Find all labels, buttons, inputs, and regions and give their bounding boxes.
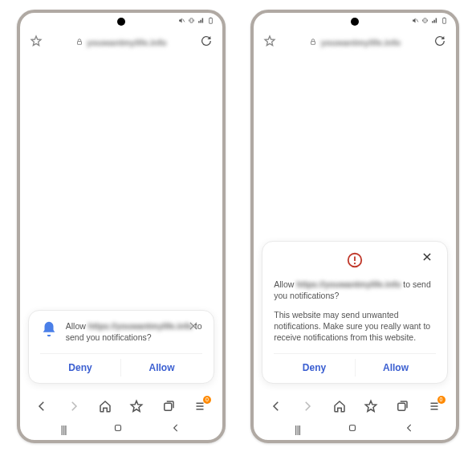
home-gesture-button[interactable] [347, 422, 358, 437]
prompt-warning-text: This website may send unwanted notificat… [274, 309, 436, 344]
notification-permission-prompt-expanded: Allow https://youwantmylife.info to send… [262, 241, 448, 384]
url-text: youwantmylife.info [320, 38, 401, 47]
svg-rect-8 [116, 425, 121, 430]
svg-rect-14 [444, 18, 445, 18]
tabs-button[interactable] [161, 399, 176, 413]
power-button [224, 173, 226, 197]
svg-rect-7 [164, 403, 171, 410]
prompt-message: Allow https://youwantmylife.info to send… [274, 279, 436, 301]
prompt-buttons: Deny Allow [40, 353, 202, 378]
battery-icon [441, 17, 448, 26]
bookmarks-button[interactable] [364, 399, 378, 413]
home-button[interactable] [332, 399, 347, 413]
deny-button[interactable]: Deny [40, 354, 121, 378]
system-gesture-bar: ||| [254, 421, 456, 440]
svg-rect-10 [424, 18, 426, 22]
bookmark-star-icon[interactable] [263, 35, 276, 51]
tabs-button[interactable] [395, 399, 409, 413]
bookmark-star-icon[interactable] [30, 35, 43, 51]
url-text: youwantmylife.info [87, 38, 167, 47]
back-button[interactable] [269, 399, 283, 413]
menu-badge: 0 [437, 396, 445, 404]
reload-icon[interactable] [200, 35, 213, 51]
vibrate-icon [421, 17, 429, 26]
forward-button[interactable] [67, 399, 81, 413]
vibrate-icon [188, 17, 195, 26]
allow-button[interactable]: Allow [121, 354, 202, 378]
svg-rect-13 [443, 18, 446, 24]
close-icon[interactable] [188, 320, 202, 335]
prompt-message: Allow https://youwantmylife.info to send… [66, 320, 202, 343]
url-display[interactable]: youwantmylife.info [51, 38, 192, 47]
lock-icon [75, 38, 83, 47]
front-camera [117, 18, 125, 26]
menu-button[interactable]: 0 [193, 399, 207, 413]
notification-permission-prompt: Allow https://youwantmylife.info to send… [28, 310, 214, 383]
volume-button [224, 117, 226, 161]
home-button[interactable] [98, 399, 112, 413]
phone-mockup-left: youwantmylife.info Allow https://youwant… [17, 10, 226, 443]
page-content: Allow https://youwantmylife.info to send… [20, 55, 222, 392]
bell-icon [40, 320, 58, 341]
menu-button[interactable]: 0 [427, 399, 441, 413]
svg-rect-15 [311, 41, 315, 44]
back-button[interactable] [35, 399, 49, 413]
close-icon[interactable] [421, 251, 436, 266]
svg-rect-1 [190, 18, 193, 22]
page-content: Allow https://youwantmylife.info to send… [254, 55, 456, 392]
address-bar: youwantmylife.info [20, 31, 222, 55]
browser-toolbar: 0 [254, 392, 456, 421]
volume-mute-icon [178, 17, 185, 26]
svg-point-18 [354, 263, 356, 264]
phone-mockup-right: youwantmylife.info Allow https://youwant… [250, 10, 459, 443]
forward-button[interactable] [300, 399, 315, 413]
bookmarks-button[interactable] [129, 399, 144, 413]
signal-icon [431, 17, 438, 26]
battery-icon [207, 17, 214, 26]
svg-line-9 [417, 19, 418, 22]
reload-icon[interactable] [433, 35, 446, 51]
volume-mute-icon [412, 17, 419, 26]
recent-apps-button[interactable]: ||| [61, 423, 67, 435]
svg-rect-20 [349, 425, 355, 430]
signal-icon [197, 17, 205, 26]
prompt-buttons: Deny Allow [274, 353, 436, 378]
address-bar: youwantmylife.info [254, 31, 456, 55]
browser-toolbar: 0 [20, 392, 222, 421]
volume-button [458, 117, 459, 161]
svg-rect-4 [209, 18, 212, 24]
deny-button[interactable]: Deny [274, 354, 355, 378]
power-button [458, 173, 459, 197]
menu-badge: 0 [203, 396, 211, 404]
svg-rect-5 [210, 18, 212, 18]
svg-line-0 [182, 19, 184, 22]
lock-icon [309, 38, 317, 47]
front-camera [351, 18, 359, 26]
home-gesture-button[interactable] [112, 422, 124, 437]
back-gesture-button[interactable] [170, 422, 181, 437]
svg-rect-6 [77, 41, 81, 44]
back-gesture-button[interactable] [404, 422, 415, 437]
warning-icon [346, 251, 364, 272]
recent-apps-button[interactable]: ||| [295, 423, 300, 435]
allow-button[interactable]: Allow [356, 354, 437, 378]
system-gesture-bar: ||| [20, 421, 222, 440]
url-display[interactable]: youwantmylife.info [284, 38, 425, 47]
svg-rect-19 [398, 403, 405, 410]
